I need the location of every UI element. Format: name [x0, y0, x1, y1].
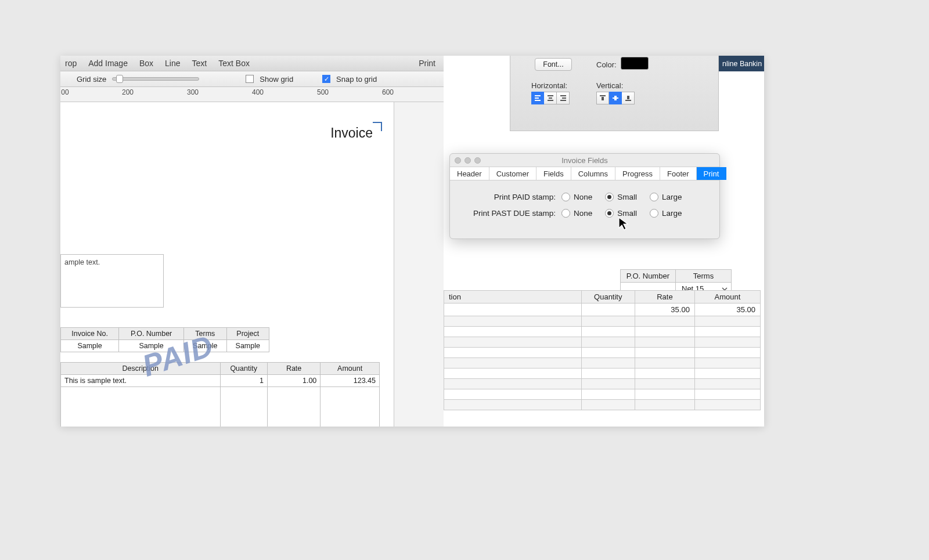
grid-size-slider[interactable]: [112, 77, 199, 81]
dialog-body: Print PAID stamp: None Small Large Print…: [450, 180, 719, 229]
info-cell[interactable]: Sample: [226, 340, 269, 352]
tab-columns[interactable]: Columns: [571, 167, 615, 180]
dialog-tabbar: Header Customer Fields Columns Progress …: [450, 167, 719, 180]
formatting-panel: Font... Color: Horizontal:: [510, 56, 719, 131]
tab-fields[interactable]: Fields: [536, 167, 571, 180]
svg-rect-1: [602, 97, 604, 100]
editor-toolbar: rop Add Image Box Line Text Text Box Pri…: [60, 56, 444, 71]
line-header-rate: Rate: [267, 363, 321, 375]
grid-cell[interactable]: [581, 304, 635, 316]
align-center-button[interactable]: [544, 92, 557, 104]
font-button[interactable]: Font...: [535, 58, 572, 71]
grid-h-qty: Quantity: [581, 291, 635, 304]
grid-rate[interactable]: 35.00: [635, 304, 695, 316]
ruler-tick-400: 400: [252, 88, 264, 96]
snap-grid-checkbox[interactable]: ✓: [322, 75, 330, 83]
ruler: 00 200 300 400 500 600: [60, 87, 444, 102]
svg-rect-5: [625, 100, 631, 101]
info-cell[interactable]: Sample: [184, 340, 226, 352]
paid-stamp-label: Print PAID stamp:: [463, 193, 561, 201]
vertical-label: Vertical:: [596, 81, 623, 90]
opt-large: Large: [662, 209, 682, 218]
grid-h-rate: Rate: [635, 291, 695, 304]
svg-rect-3: [613, 97, 618, 99]
snap-grid-label: Snap to grid: [336, 75, 377, 84]
line-desc[interactable]: This is sample text.: [61, 375, 221, 387]
pastdue-large-radio[interactable]: [650, 209, 658, 218]
opt-small: Small: [617, 193, 637, 201]
tab-print[interactable]: Print: [697, 167, 727, 180]
pastdue-small-radio[interactable]: [605, 209, 614, 218]
box-button[interactable]: Box: [139, 59, 153, 68]
show-grid-label: Show grid: [260, 75, 293, 84]
line-header-desc: Description: [61, 363, 221, 375]
opt-none: None: [574, 193, 592, 201]
pastdue-stamp-label: Print PAST DUE stamp:: [463, 209, 561, 218]
sample-text-box[interactable]: ample text.: [60, 254, 164, 308]
info-cell[interactable]: Sample: [61, 340, 119, 352]
valign-bottom-button[interactable]: [622, 92, 635, 104]
line-amount[interactable]: 123.45: [321, 375, 380, 387]
paid-none-radio[interactable]: [561, 193, 570, 201]
info-header-project: Project: [226, 328, 269, 340]
sum-header-terms: Terms: [676, 270, 732, 283]
dialog-title: Invoice Fields: [450, 156, 719, 165]
selection-handle-icon[interactable]: [373, 122, 382, 131]
nav-online-banking[interactable]: nline Bankin: [719, 56, 764, 71]
pastdue-none-radio[interactable]: [561, 209, 570, 218]
svg-rect-0: [600, 95, 606, 96]
textbox-button[interactable]: Text Box: [218, 59, 250, 68]
paid-large-radio[interactable]: [650, 193, 658, 201]
info-header-terms: Terms: [184, 328, 226, 340]
ruler-tick-200: 200: [122, 88, 134, 96]
ruler-tick-300: 300: [187, 88, 199, 96]
svg-rect-4: [627, 96, 629, 99]
info-cell[interactable]: Sample: [119, 340, 184, 352]
add-image-button[interactable]: Add Image: [88, 59, 128, 68]
align-right-button[interactable]: [557, 92, 570, 104]
invoice-info-table: Invoice No. P.O. Number Terms Project Sa…: [60, 327, 269, 352]
line-items-grid: tion Quantity Rate Amount 35.00 35.00: [444, 290, 761, 410]
crop-button[interactable]: rop: [65, 59, 77, 68]
info-header-po: P.O. Number: [119, 328, 184, 340]
align-left-button[interactable]: [531, 92, 544, 104]
invoice-fields-dialog: Invoice Fields Header Customer Fields Co…: [449, 153, 720, 239]
editor-options: Grid size Show grid ✓ Snap to grid: [60, 71, 444, 87]
invoice-title-area: Invoice: [330, 125, 382, 141]
tab-footer[interactable]: Footer: [660, 167, 697, 180]
grid-amount[interactable]: 35.00: [694, 304, 760, 316]
opt-large: Large: [662, 193, 682, 201]
slider-thumb[interactable]: [116, 75, 123, 83]
ruler-tick-600: 600: [382, 88, 394, 96]
info-header-invoice: Invoice No.: [61, 328, 119, 340]
show-grid-checkbox[interactable]: [246, 75, 254, 83]
tab-header[interactable]: Header: [450, 167, 489, 180]
sum-header-po: P.O. Number: [620, 270, 675, 283]
horizontal-label: Horizontal:: [531, 81, 567, 90]
ruler-tick-500: 500: [317, 88, 329, 96]
opt-none: None: [574, 209, 592, 218]
grid-h-amount: Amount: [694, 291, 760, 304]
invoice-line-table: Description Quantity Rate Amount This is…: [60, 362, 380, 427]
tab-progress[interactable]: Progress: [615, 167, 660, 180]
dialog-titlebar[interactable]: Invoice Fields: [450, 154, 719, 167]
line-button[interactable]: Line: [165, 59, 180, 68]
tab-customer[interactable]: Customer: [489, 167, 536, 180]
valign-middle-button[interactable]: [609, 92, 622, 104]
line-header-qty: Quantity: [220, 363, 267, 375]
grid-cell[interactable]: [444, 304, 582, 316]
grid-h-desc: tion: [444, 291, 582, 304]
line-rate[interactable]: 1.00: [267, 375, 321, 387]
grid-size-label: Grid size: [77, 75, 106, 84]
text-button[interactable]: Text: [192, 59, 207, 68]
color-label: Color:: [596, 60, 617, 69]
cursor-icon: [618, 216, 629, 232]
ruler-tick-0: 00: [61, 88, 69, 96]
line-header-amount: Amount: [321, 363, 380, 375]
print-button[interactable]: Print: [419, 59, 435, 68]
line-qty[interactable]: 1: [220, 375, 267, 387]
valign-top-button[interactable]: [596, 92, 609, 104]
color-swatch[interactable]: [621, 57, 649, 70]
sample-text: ample text.: [64, 258, 100, 266]
paid-small-radio[interactable]: [605, 193, 614, 201]
